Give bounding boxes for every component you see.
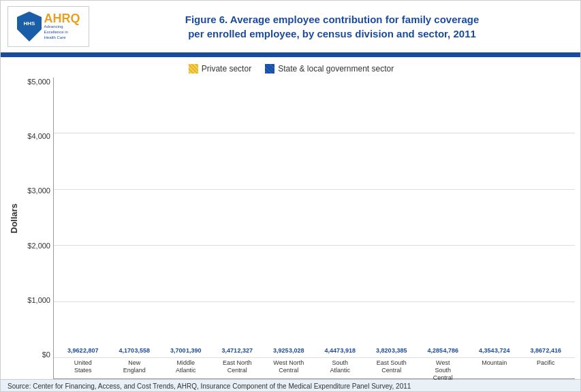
bars-area: $5,000 $4,000 $3,000 $2,000 $1,000 $0	[20, 78, 575, 379]
bar-label-private-6: 3,820	[376, 347, 392, 354]
bar-label-private-7: 4,285	[427, 347, 443, 354]
y-tick-2000: $2,000	[20, 242, 50, 250]
x-label-8: Mountain	[479, 358, 510, 367]
blue-divider	[1, 54, 581, 57]
private-label: Private sector	[202, 64, 251, 74]
ahrq-text: AHRQ	[44, 12, 80, 24]
x-label-7: West South Central	[427, 358, 458, 381]
y-tick-4000: $4,000	[20, 132, 50, 140]
page-container: HHS AHRQ AdvancingExcellence inHealth Ca…	[1, 1, 581, 392]
x-label-5: South Atlantic	[324, 358, 356, 374]
bar-label-govt-2: 1,390	[186, 347, 202, 354]
source-text: Source: Center for Financing, Access, an…	[7, 382, 411, 390]
legend-govt: State & local government sector	[265, 64, 394, 74]
bar-label-private-9: 3,867	[530, 347, 546, 354]
x-label-3: East North Central	[221, 358, 253, 374]
y-axis-label: Dollars	[7, 78, 20, 359]
bar-label-govt-5: 3,918	[340, 347, 356, 354]
legend: Private sector State & local government …	[7, 64, 575, 74]
logo-inner: HHS AHRQ AdvancingExcellence inHealth Ca…	[17, 12, 80, 42]
bar-label-private-3: 3,471	[221, 347, 237, 354]
bar-label-govt-0: 2,807	[83, 347, 99, 354]
chart-title: Figure 6. Average employee contribution …	[96, 12, 568, 41]
bar-label-private-4: 3,925	[273, 347, 289, 354]
bar-label-private-1: 4,170	[119, 347, 134, 354]
y-tick-1000: $1,000	[20, 296, 50, 304]
y-tick-0: $0	[20, 350, 50, 359]
ahrq-logo: AHRQ AdvancingExcellence inHealth Care	[44, 12, 80, 40]
bars-row: 3,9622,8074,1703,5583,7001,3903,4712,327…	[54, 78, 575, 358]
title-area: Figure 6. Average employee contribution …	[89, 12, 575, 41]
bar-label-govt-7: 4,786	[443, 347, 458, 354]
bar-label-private-2: 3,700	[170, 347, 186, 354]
title-line2: per enrolled employee, by census divisio…	[188, 28, 476, 39]
legend-private: Private sector	[189, 64, 251, 74]
bar-label-govt-9: 2,416	[546, 347, 561, 354]
bar-label-private-5: 4,447	[324, 347, 340, 354]
y-tick-3000: $3,000	[20, 186, 50, 195]
logo-box: HHS AHRQ AdvancingExcellence inHealth Ca…	[7, 6, 89, 47]
x-label-6: East South Central	[376, 358, 407, 374]
hhs-shield-icon: HHS	[17, 12, 42, 42]
bar-label-private-0: 3,962	[67, 347, 83, 354]
bar-label-govt-6: 3,385	[392, 347, 407, 354]
svg-text:HHS: HHS	[23, 20, 35, 27]
bar-label-govt-8: 3,724	[494, 347, 510, 354]
chart-inner: $5,000 $4,000 $3,000 $2,000 $1,000 $0	[20, 78, 575, 379]
source-bar: Source: Center for Financing, Access, an…	[1, 379, 581, 392]
private-swatch	[189, 64, 198, 74]
x-labels: United StatesNew EnglandMiddle AtlanticE…	[54, 358, 575, 378]
govt-label: State & local government sector	[278, 64, 394, 74]
bars-grid: 3,9622,8074,1703,5583,7001,3903,4712,327…	[53, 78, 575, 379]
chart-container: Dollars $5,000 $4,000 $3,000 $2,000 $1,0…	[7, 78, 575, 379]
bar-label-private-8: 4,354	[479, 347, 494, 354]
x-label-2: Middle Atlantic	[170, 358, 202, 374]
ahrq-sub: AdvancingExcellence inHealth Care	[44, 24, 80, 40]
bar-label-govt-1: 3,558	[134, 347, 150, 354]
x-label-9: Pacific	[530, 358, 561, 367]
bar-label-govt-3: 2,327	[237, 347, 253, 354]
x-label-1: New England	[119, 358, 150, 374]
title-line1: Figure 6. Average employee contribution …	[185, 14, 480, 25]
govt-swatch	[265, 64, 274, 74]
y-axis: $5,000 $4,000 $3,000 $2,000 $1,000 $0	[20, 78, 53, 379]
x-label-0: United States	[67, 358, 99, 374]
header: HHS AHRQ AdvancingExcellence inHealth Ca…	[1, 1, 581, 54]
x-label-4: West North Central	[273, 358, 304, 374]
bar-label-govt-4: 3,028	[289, 347, 304, 354]
chart-area: Private sector State & local government …	[1, 60, 581, 379]
y-tick-5000: $5,000	[20, 78, 50, 86]
